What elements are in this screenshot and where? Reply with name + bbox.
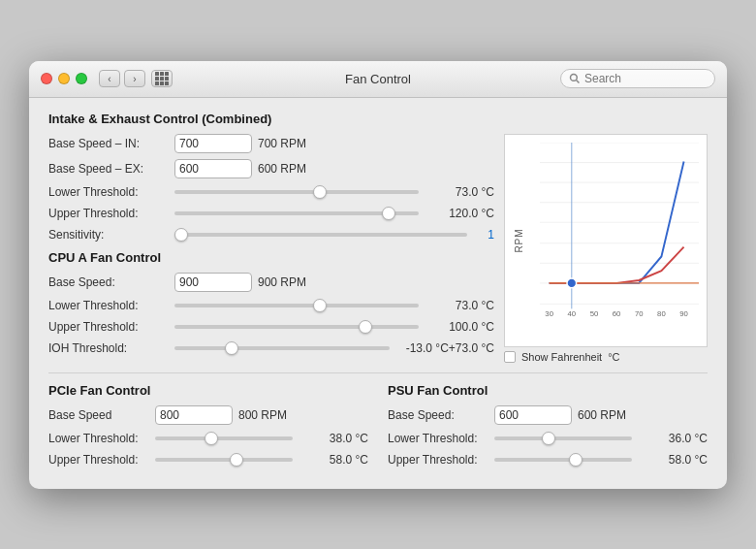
search-icon [569,73,581,84]
close-button[interactable] [41,73,52,84]
cpu-ioh-threshold-value: -13.0 °C+73.0 °C [397,341,494,355]
cpu-ioh-threshold-slider[interactable] [174,346,390,350]
base-speed-ex-row: Base Speed – EX: 600 RPM [48,159,494,178]
bottom-row: PCIe Fan Control Base Speed 800 RPM Lowe… [48,383,708,473]
show-fahrenheit-label: Show Fahrenheit [521,351,602,363]
svg-text:60: 60 [613,309,621,318]
psu-lower-threshold-value: 36.0 °C [640,432,708,445]
intake-exhaust-section: Intake & Exhaust Control (Combined) Base… [48,112,708,363]
base-speed-ex-rpm: 600 RPM [258,162,316,176]
sensitivity-row: Sensitivity: 1 [48,227,494,242]
search-input[interactable] [584,72,707,85]
forward-button[interactable]: › [124,70,145,87]
window-title: Fan Control [345,72,411,86]
psu-upper-threshold-row: Upper Threshold: 58.0 °C [388,452,708,468]
section-divider [48,372,708,373]
svg-text:70: 70 [635,309,644,318]
psu-lower-threshold-row: Lower Threshold: 36.0 °C [388,431,708,446]
svg-point-28 [567,277,577,287]
lower-threshold-slider[interactable] [174,190,419,194]
upper-threshold-slider[interactable] [174,211,419,215]
chart-container: RPM 500 [504,134,708,347]
psu-upper-threshold-slider[interactable] [494,458,632,462]
search-box[interactable] [560,69,715,88]
cpu-ioh-threshold-row: IOH Threshold: -13.0 °C+73.0 °C [48,340,494,356]
psu-base-speed-input[interactable] [494,405,572,425]
cpu-upper-threshold-value: 100.0 °C [426,320,494,334]
intake-exhaust-layout: Base Speed – IN: 700 RPM Base Speed – EX… [48,134,708,363]
pcie-upper-threshold-value: 58.0 °C [300,453,368,467]
traffic-lights [41,73,87,84]
pcie-upper-threshold-slider[interactable] [155,458,293,462]
svg-text:30: 30 [545,309,553,318]
pcie-fan-section: PCIe Fan Control Base Speed 800 RPM Lowe… [48,383,368,473]
minimize-button[interactable] [58,73,70,84]
upper-threshold-value: 120.0 °C [426,207,494,220]
show-fahrenheit-checkbox[interactable] [504,351,516,363]
sensitivity-slider[interactable] [174,233,467,237]
svg-line-1 [577,81,580,83]
chart-unit-label: °C [608,351,619,363]
grid-icon [155,72,169,85]
chart-footer: Show Fahrenheit °C [504,351,708,363]
base-speed-in-input[interactable] [174,134,252,153]
cpu-base-speed-label: Base Speed: [48,275,174,289]
pcie-fan-title: PCIe Fan Control [48,383,368,398]
pcie-base-speed-label: Base Speed [48,408,155,422]
titlebar: ‹ › Fan Control [29,61,727,98]
chart-y-label: RPM [514,228,524,252]
pcie-lower-threshold-slider-container [155,431,293,446]
pcie-base-speed-input[interactable] [155,405,233,425]
cpu-upper-threshold-label: Upper Threshold: [48,320,174,334]
intake-exhaust-title: Intake & Exhaust Control (Combined) [48,112,708,126]
sensitivity-value: 1 [475,228,494,242]
psu-upper-threshold-value: 58.0 °C [640,453,708,467]
cpu-upper-threshold-slider[interactable] [174,325,419,329]
pcie-base-speed-row: Base Speed 800 RPM [48,405,368,425]
svg-point-0 [571,75,578,81]
cpu-base-speed-input[interactable] [174,273,252,292]
cpu-ioh-threshold-label: IOH Threshold: [48,341,174,355]
back-button[interactable]: ‹ [99,70,120,87]
pcie-lower-threshold-slider[interactable] [155,436,293,440]
base-speed-in-rpm: 700 RPM [258,137,316,150]
cpu-upper-threshold-slider-container [174,319,419,335]
base-speed-in-label: Base Speed – IN: [48,137,174,150]
content: Intake & Exhaust Control (Combined) Base… [29,98,727,489]
svg-text:50: 50 [590,309,599,318]
pcie-lower-threshold-label: Lower Threshold: [48,432,155,445]
upper-threshold-row: Upper Threshold: 120.0 °C [48,206,494,221]
lower-threshold-row: Lower Threshold: 73.0 °C [48,184,494,200]
sensitivity-label: Sensitivity: [48,228,174,242]
grid-button[interactable] [151,70,173,87]
pcie-lower-threshold-row: Lower Threshold: 38.0 °C [48,431,368,446]
upper-threshold-slider-container [174,206,419,221]
pcie-upper-threshold-slider-container [155,452,293,468]
cpu-lower-threshold-value: 73.0 °C [426,299,494,312]
psu-upper-threshold-slider-container [494,452,632,468]
psu-fan-section: PSU Fan Control Base Speed: 600 RPM Lowe… [388,383,708,473]
cpu-lower-threshold-slider[interactable] [174,304,419,307]
psu-base-speed-rpm: 600 RPM [578,408,636,422]
main-window: ‹ › Fan Control Intake & Exhaust Control… [29,61,727,489]
base-speed-ex-input[interactable] [174,159,252,178]
lower-threshold-value: 73.0 °C [426,185,494,199]
svg-text:40: 40 [568,309,577,318]
cpu-lower-threshold-row: Lower Threshold: 73.0 °C [48,298,494,313]
nav-buttons: ‹ › [99,70,145,87]
cpu-base-speed-rpm: 900 RPM [258,275,316,289]
intake-exhaust-left: Base Speed – IN: 700 RPM Base Speed – EX… [48,134,494,363]
chart-panel: RPM 500 [504,134,708,363]
cpu-ioh-threshold-slider-container [174,340,390,356]
pcie-upper-threshold-row: Upper Threshold: 58.0 °C [48,452,368,468]
pcie-upper-threshold-label: Upper Threshold: [48,453,155,467]
maximize-button[interactable] [76,73,87,84]
pcie-base-speed-rpm: 800 RPM [238,408,297,422]
lower-threshold-slider-container [174,184,419,200]
psu-lower-threshold-slider[interactable] [494,436,632,440]
psu-base-speed-label: Base Speed: [388,408,494,422]
upper-threshold-label: Upper Threshold: [48,207,174,220]
psu-upper-threshold-label: Upper Threshold: [388,453,494,467]
cpu-fan-title: CPU A Fan Control [48,250,494,265]
cpu-upper-threshold-row: Upper Threshold: 100.0 °C [48,319,494,335]
